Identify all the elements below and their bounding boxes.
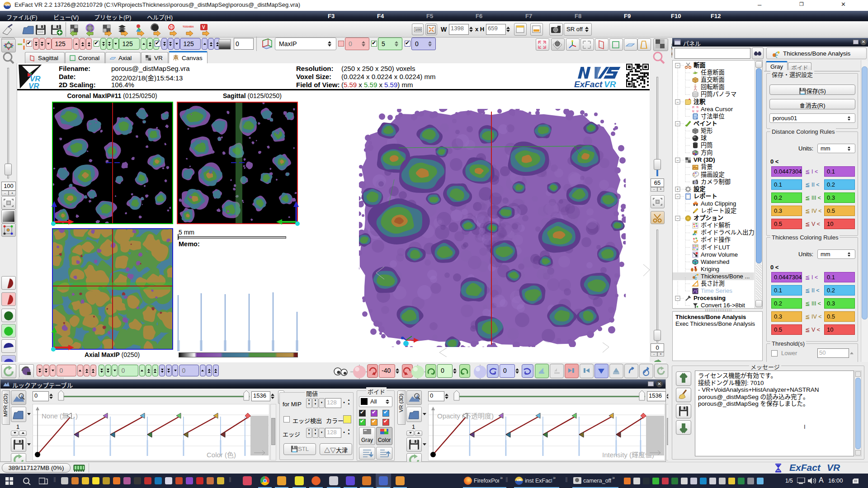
svg-text:V: V xyxy=(202,25,205,30)
svg-text:円筒: 円筒 xyxy=(701,141,712,149)
svg-text:−: − xyxy=(676,63,679,68)
svg-text:断面: 断面 xyxy=(693,61,705,69)
svg-text:Kriging: Kriging xyxy=(701,266,719,272)
svg-text:Watershed: Watershed xyxy=(701,258,729,265)
svg-text:Color (色): Color (色) xyxy=(207,451,236,459)
svg-text:VR: VR xyxy=(604,80,616,89)
svg-text:円筒パノラマ: 円筒パノラマ xyxy=(701,90,736,98)
svg-text:寸法単位: 寸法単位 xyxy=(701,113,725,120)
svg-text:方向: 方向 xyxy=(701,149,712,156)
svg-text:レポート設定: レポート設定 xyxy=(701,207,736,214)
svg-text:描画設定: 描画設定 xyxy=(701,171,725,178)
svg-text:オプション: オプション xyxy=(693,215,723,221)
svg-text:−: − xyxy=(676,100,679,104)
svg-text:−: − xyxy=(676,296,679,300)
svg-text:直交断面: 直交断面 xyxy=(701,76,725,83)
svg-text:Time Series: Time Series xyxy=(701,287,732,294)
svg-text:Processing: Processing xyxy=(693,295,726,301)
svg-text:ボイドラベル入出力: ボイドラベル入出力 xyxy=(701,229,754,236)
svg-text:None (無し): None (無し) xyxy=(42,412,78,420)
svg-text:カメラ制御: カメラ制御 xyxy=(701,178,731,185)
svg-text:ボイド解析: ボイド解析 xyxy=(701,222,731,229)
svg-text:ExFact: ExFact xyxy=(574,80,603,89)
svg-text:TOSHIBA: TOSHIBA xyxy=(183,25,194,28)
svg-text:回転断面: 回転断面 xyxy=(701,84,725,90)
svg-text:−: − xyxy=(676,194,679,199)
svg-text:+: + xyxy=(676,187,679,192)
svg-text:VR: VR xyxy=(28,82,39,89)
svg-text:Area Cursor: Area Cursor xyxy=(701,106,733,113)
svg-text:背景: 背景 xyxy=(701,164,712,170)
svg-text:VR (3D): VR (3D) xyxy=(693,156,715,163)
svg-text:ボイド操作: ボイド操作 xyxy=(701,236,731,243)
svg-text:Arrow Volume: Arrow Volume xyxy=(701,251,738,258)
svg-text:矩形: 矩形 xyxy=(701,127,712,134)
svg-text:Auto Clipping: Auto Clipping xyxy=(701,200,736,207)
svg-text:−: − xyxy=(676,216,679,221)
svg-text:ボイドLUT: ボイドLUT xyxy=(701,244,730,251)
svg-text:注釈: 注釈 xyxy=(693,98,706,105)
svg-text:任意断面: 任意断面 xyxy=(701,69,725,76)
svg-text:レポート: レポート xyxy=(693,192,717,200)
svg-text:−: − xyxy=(676,158,679,163)
svg-text:設定: 設定 xyxy=(693,185,706,192)
svg-text:Convert 16->8bit: Convert 16->8bit xyxy=(701,302,745,308)
svg-text:長さ計測: 長さ計測 xyxy=(701,280,725,287)
svg-text:Thickness/Bone ...: Thickness/Bone ... xyxy=(701,273,750,280)
svg-text:−: − xyxy=(676,122,679,126)
svg-text:球: 球 xyxy=(701,135,707,141)
svg-text:ペイント: ペイント xyxy=(693,120,717,127)
